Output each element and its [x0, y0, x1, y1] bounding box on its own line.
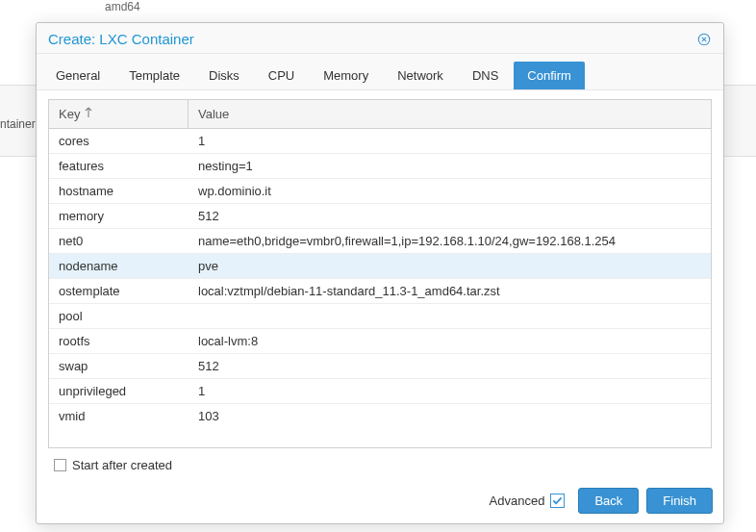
row-value: 512 [189, 204, 711, 228]
tab-dns[interactable]: DNS [459, 62, 512, 89]
table-row[interactable]: swap512 [49, 354, 711, 379]
row-value: 512 [189, 354, 711, 378]
row-key: pool [49, 304, 189, 328]
row-value: local:vztmpl/debian-11-standard_11.3-1_a… [189, 279, 711, 303]
table-row[interactable]: hostnamewp.dominio.it [49, 179, 711, 204]
dialog-title: Create: LXC Container [48, 31, 194, 47]
row-key: features [49, 154, 189, 178]
row-value: wp.dominio.it [189, 179, 711, 203]
wizard-tabs: GeneralTemplateDisksCPUMemoryNetworkDNSC… [37, 54, 723, 90]
row-key: memory [49, 204, 189, 228]
grid-header: Key Value [49, 100, 711, 129]
close-icon [697, 33, 711, 46]
table-row[interactable]: vmid103 [49, 404, 711, 428]
row-value: 1 [189, 129, 711, 153]
tab-general[interactable]: General [42, 62, 113, 89]
table-row[interactable]: cores1 [49, 129, 711, 154]
start-after-row: Start after created [48, 448, 712, 476]
row-value: pve [189, 254, 711, 278]
row-value: nesting=1 [189, 154, 711, 178]
table-row[interactable]: featuresnesting=1 [49, 154, 711, 179]
tab-network[interactable]: Network [384, 62, 457, 89]
table-row[interactable]: rootfslocal-lvm:8 [49, 329, 711, 354]
row-key: rootfs [49, 329, 189, 353]
dialog-header: Create: LXC Container [37, 23, 723, 54]
row-key: ostemplate [49, 279, 189, 303]
table-row[interactable]: net0name=eth0,bridge=vmbr0,firewall=1,ip… [49, 229, 711, 254]
row-key: hostname [49, 179, 189, 203]
table-row[interactable]: ostemplatelocal:vztmpl/debian-11-standar… [49, 279, 711, 304]
row-value: name=eth0,bridge=vmbr0,firewall=1,ip=192… [189, 229, 711, 253]
row-key: net0 [49, 229, 189, 253]
row-value: 103 [189, 404, 711, 428]
grid-empty-row [49, 428, 711, 447]
finish-button[interactable]: Finish [646, 488, 713, 514]
row-key: swap [49, 354, 189, 378]
sort-asc-icon [84, 107, 93, 121]
bg-side-label: ntainer [0, 117, 36, 131]
row-key: vmid [49, 404, 189, 428]
row-value: 1 [189, 379, 711, 403]
table-row[interactable]: memory512 [49, 204, 711, 229]
bg-arch-text: amd64 [105, 0, 140, 13]
row-key: unprivileged [49, 379, 189, 403]
start-after-label: Start after created [72, 458, 172, 472]
back-button[interactable]: Back [578, 488, 639, 514]
row-value [189, 304, 711, 328]
advanced-checkbox[interactable] [550, 494, 565, 508]
table-row[interactable]: unprivileged1 [49, 379, 711, 404]
tab-cpu[interactable]: CPU [255, 62, 308, 89]
close-button[interactable] [696, 32, 712, 47]
tab-disks[interactable]: Disks [195, 62, 253, 89]
summary-grid: Key Value cores1featuresnesting=1hostnam… [48, 99, 712, 448]
column-key-label: Key [59, 107, 80, 121]
start-after-checkbox[interactable] [54, 459, 66, 471]
advanced-label: Advanced [490, 494, 545, 508]
check-icon [552, 495, 563, 506]
create-lxc-dialog: Create: LXC Container GeneralTemplateDis… [36, 22, 724, 524]
table-row[interactable]: nodenamepve [49, 254, 711, 279]
table-row[interactable]: pool [49, 304, 711, 329]
column-key[interactable]: Key [49, 100, 189, 128]
dialog-footer: Advanced Back Finish [37, 482, 723, 523]
row-key: nodename [49, 254, 189, 278]
tab-memory[interactable]: Memory [310, 62, 382, 89]
dialog-body: Key Value cores1featuresnesting=1hostnam… [37, 90, 723, 482]
tab-confirm[interactable]: Confirm [514, 62, 585, 89]
column-value[interactable]: Value [189, 100, 711, 128]
row-key: cores [49, 129, 189, 153]
tab-template[interactable]: Template [115, 62, 193, 89]
row-value: local-lvm:8 [189, 329, 711, 353]
